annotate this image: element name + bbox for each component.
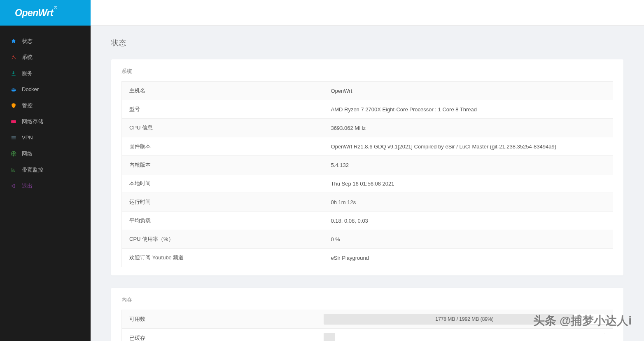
- home-icon: [10, 38, 17, 45]
- sidebar-item-label: 带宽监控: [22, 166, 43, 174]
- memory-panel: 内存 可用数1778 MB / 1992 MB (89%)已缓存: [111, 288, 623, 341]
- row-label: 固件版本: [122, 137, 324, 156]
- progress-text: 1778 MB / 1992 MB (89%): [324, 314, 605, 324]
- page-title: 状态: [111, 38, 623, 48]
- storage-icon: [10, 118, 17, 125]
- row-value: AMD Ryzen 7 2700X Eight-Core Processor :…: [324, 100, 613, 119]
- sidebar-item-6[interactable]: VPN: [0, 129, 91, 146]
- system-panel-title: 系统: [121, 68, 613, 75]
- brand-text: OpenWrt®: [15, 7, 56, 19]
- sidebar-item-label: Docker: [22, 86, 39, 92]
- memory-panel-title: 内存: [121, 296, 613, 303]
- row-label: 平均负载: [122, 212, 324, 230]
- sidebar-item-label: VPN: [22, 134, 33, 141]
- progress-bar: 1778 MB / 1992 MB (89%): [324, 314, 605, 325]
- sidebar-nav: 状态系统服务Docker管控网络存储VPN网络带宽监控退出: [0, 26, 91, 194]
- download-icon: [10, 70, 17, 77]
- sidebar-item-label: 系统: [22, 54, 33, 61]
- sidebar-item-0[interactable]: 状态: [0, 33, 91, 49]
- sidebar-item-8[interactable]: 带宽监控: [0, 162, 91, 178]
- row-label: 型号: [122, 100, 324, 119]
- docker-icon: [10, 86, 17, 93]
- table-row: 内核版本5.4.132: [122, 156, 613, 174]
- memory-label: 已缓存: [122, 329, 324, 341]
- sidebar-item-7[interactable]: 网络: [0, 146, 91, 162]
- tools-icon: [10, 54, 17, 61]
- row-value: 0h 1m 12s: [324, 193, 613, 212]
- row-value: eSir Playground: [324, 249, 613, 267]
- chart-icon: [10, 167, 17, 173]
- memory-row: 已缓存: [121, 329, 613, 341]
- list-icon: [10, 134, 17, 141]
- row-label: 内核版本: [122, 156, 324, 174]
- row-value: 0.18, 0.08, 0.03: [324, 212, 613, 230]
- main-content: 状态 系统 主机名OpenWrt型号AMD Ryzen 7 2700X Eigh…: [91, 0, 644, 341]
- memory-row: 可用数1778 MB / 1992 MB (89%): [121, 310, 613, 329]
- sidebar-item-9[interactable]: 退出: [0, 178, 91, 194]
- row-value: Thu Sep 16 01:56:08 2021: [324, 174, 613, 193]
- memory-bar-container: [324, 329, 613, 341]
- table-row: 平均负载0.18, 0.08, 0.03: [122, 212, 613, 230]
- row-label: 运行时间: [122, 193, 324, 212]
- row-label: CPU 信息: [122, 119, 324, 137]
- row-value: 0 %: [324, 230, 613, 249]
- row-value: OpenWrt R21.8.6 GDQ v9.1[2021] Compiled …: [324, 137, 613, 156]
- system-panel: 系统 主机名OpenWrt型号AMD Ryzen 7 2700X Eight-C…: [111, 59, 623, 275]
- sidebar-item-3[interactable]: Docker: [0, 81, 91, 97]
- row-label: 欢迎订阅 Youtube 频道: [122, 249, 324, 267]
- sidebar-item-4[interactable]: 管控: [0, 97, 91, 113]
- table-row: 型号AMD Ryzen 7 2700X Eight-Core Processor…: [122, 100, 613, 119]
- row-value: 5.4.132: [324, 156, 613, 174]
- brand-logo[interactable]: OpenWrt®: [0, 0, 91, 26]
- memory-rows: 可用数1778 MB / 1992 MB (89%)已缓存: [121, 310, 613, 341]
- table-row: 固件版本OpenWrt R21.8.6 GDQ v9.1[2021] Compi…: [122, 137, 613, 156]
- row-label: 主机名: [122, 82, 324, 100]
- table-row: 主机名OpenWrt: [122, 82, 613, 100]
- sidebar-item-label: 服务: [22, 70, 33, 77]
- shield-icon: [10, 102, 17, 109]
- sidebar-item-label: 退出: [22, 182, 33, 190]
- sidebar: OpenWrt® 状态系统服务Docker管控网络存储VPN网络带宽监控退出: [0, 0, 91, 341]
- sidebar-item-2[interactable]: 服务: [0, 65, 91, 81]
- sidebar-item-label: 网络: [22, 150, 33, 158]
- sidebar-item-label: 状态: [22, 38, 33, 45]
- table-row: CPU 使用率（%）0 %: [122, 230, 613, 249]
- memory-label: 可用数: [122, 310, 324, 328]
- row-label: CPU 使用率（%）: [122, 230, 324, 249]
- sidebar-item-label: 网络存储: [22, 118, 43, 125]
- sidebar-item-1[interactable]: 系统: [0, 49, 91, 65]
- progress-fill: [324, 333, 335, 341]
- row-value: OpenWrt: [324, 82, 613, 100]
- progress-bar: [324, 333, 605, 341]
- logout-icon: [10, 183, 17, 189]
- sidebar-item-5[interactable]: 网络存储: [0, 113, 91, 129]
- table-row: CPU 信息3693.062 MHz: [122, 119, 613, 137]
- row-label: 本地时间: [122, 174, 324, 193]
- system-info-table: 主机名OpenWrt型号AMD Ryzen 7 2700X Eight-Core…: [121, 81, 613, 267]
- top-bar: [91, 0, 644, 26]
- row-value: 3693.062 MHz: [324, 119, 613, 137]
- memory-bar-container: 1778 MB / 1992 MB (89%): [324, 310, 613, 328]
- globe-icon: [10, 151, 17, 157]
- table-row: 本地时间Thu Sep 16 01:56:08 2021: [122, 174, 613, 193]
- table-row: 欢迎订阅 Youtube 频道eSir Playground: [122, 249, 613, 267]
- sidebar-item-label: 管控: [22, 102, 33, 109]
- table-row: 运行时间0h 1m 12s: [122, 193, 613, 212]
